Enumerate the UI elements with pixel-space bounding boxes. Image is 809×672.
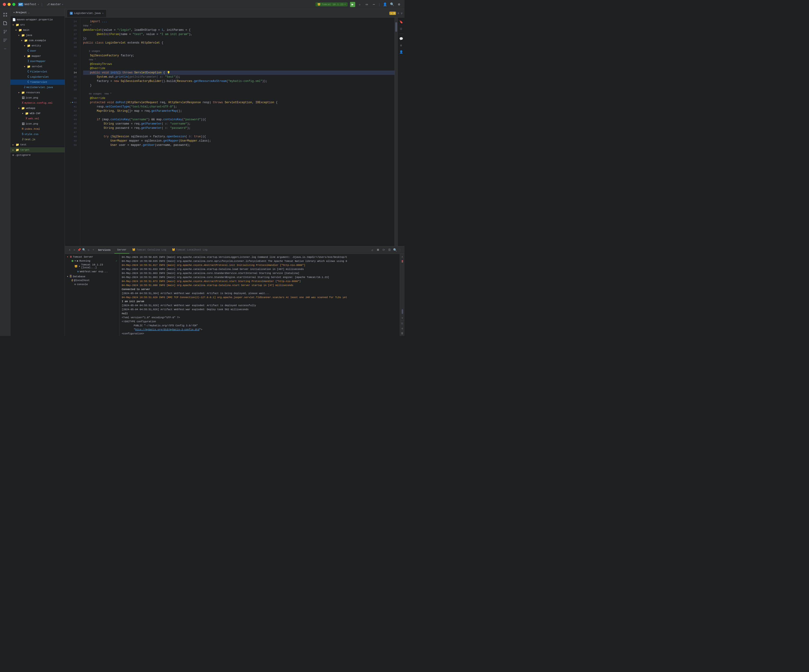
tree-item-src[interactable]: ▾ 📁 src [10, 22, 65, 27]
tree-item-entity[interactable]: ▾ 📁 entity [10, 43, 65, 48]
panel-restart-icon[interactable]: ⟳ [381, 248, 386, 252]
log-scroll-down[interactable]: ∨ [401, 316, 404, 320]
project-name[interactable]: WT WebTest ▾ [18, 3, 39, 6]
activity-vcs-icon[interactable] [2, 28, 9, 35]
tree-item-timeservlet[interactable]: C TimeServlet [10, 80, 65, 85]
panel-tab-catalina[interactable]: 🐱 Tomcat Catalina Log [129, 246, 169, 254]
log-area[interactable]: 04-May-2024 16:55:50.825 INFO [main] org… [119, 254, 400, 336]
ln-45: 45 [65, 122, 78, 126]
run-button[interactable]: ▶ [350, 2, 355, 7]
ln-40: ⚠●40 [65, 101, 78, 105]
panel-refresh-icon[interactable]: ↻ [87, 248, 91, 252]
profile-button[interactable]: 👤 [382, 2, 388, 7]
tree-item-com-example[interactable]: ▾ 📁 com.example [10, 38, 65, 43]
services-database[interactable]: ▾ 🗄 Database [65, 275, 119, 278]
tree-item-mybatis-xml[interactable]: X mybatis-config.xml [10, 101, 65, 106]
log-scroll-up[interactable]: ∧ [401, 255, 404, 258]
person-right-icon[interactable]: 👤 [399, 50, 404, 55]
tree-item-servlet[interactable]: ▾ 📁 servlet [10, 64, 65, 69]
tree-item-java[interactable]: ▾ 📁 java [10, 33, 65, 38]
settings-button[interactable]: ⚙ [396, 2, 402, 7]
project-panel-header[interactable]: ▾ Project ⌄ [10, 9, 65, 16]
chat-right-icon[interactable]: 💬 [399, 36, 404, 42]
maximize-button[interactable] [12, 3, 15, 6]
log-copy-icon[interactable]: ⎘ [401, 322, 404, 325]
log-line-13: [2024-05-04 04:55:51,926] Artifact WebTe… [122, 303, 398, 308]
editor-scrollbar[interactable] [394, 18, 398, 246]
more-button[interactable]: ⋯ [371, 2, 376, 7]
panel-filter-icon[interactable]: 🔍 [82, 248, 86, 252]
tab-close-button[interactable]: ✕ [102, 12, 104, 15]
tree-item-resources[interactable]: ▾ 📁 resources [10, 90, 65, 95]
tree-item-index-html[interactable]: H index.html [10, 126, 65, 132]
tree-item-main[interactable]: ▾ 📁 main [10, 27, 65, 33]
panel-clear-icon[interactable]: 🗑 [387, 248, 391, 252]
log-trash-icon[interactable]: 🗑 [401, 331, 404, 335]
log-settings-icon[interactable]: ⚙ [401, 327, 404, 330]
editor-tab-loginservlet[interactable]: J LoginServlet.java ✕ [67, 10, 107, 17]
panel-pin-icon[interactable]: 📌 [77, 248, 81, 252]
branch-selector[interactable]: ⎇ master ▾ [47, 3, 63, 6]
panel-stop-icon[interactable]: ⏹ [376, 248, 380, 252]
tree-item-icon-png2[interactable]: 🖼 icon.png [10, 121, 65, 126]
tree-item-icon-png[interactable]: 🖼 icon.png [10, 95, 65, 101]
panel-tab-localhost[interactable]: 🐱 Tomcat Localhost Log [169, 246, 210, 254]
panel-close-icon[interactable]: ✕ [72, 248, 76, 252]
panel-search-icon[interactable]: 🔍 [393, 248, 397, 252]
project-tree: 📄 maven-wrapper.propertie ▾ 📁 src ▾ 📁 ma… [10, 16, 65, 336]
search-button[interactable]: 🔍 [389, 2, 394, 7]
activity-project-icon[interactable] [2, 11, 9, 18]
panel-expand-icon[interactable]: ∧ [68, 248, 72, 252]
log-line-11: 04-May-2024 16:55:51.829 INFO [RMI TCP C… [122, 295, 398, 300]
activity-structure-icon[interactable] [2, 37, 9, 44]
code-line-26: @WebServlet(value = "/login", loadOnStar… [83, 28, 394, 32]
tree-item-web-xml[interactable]: X web.xml [10, 116, 65, 121]
services-running[interactable]: ▾ ▶ Running ✓ [65, 259, 119, 263]
code-line-46: String password = req.getParameter( s: "… [83, 126, 394, 130]
panel-reload-icon[interactable]: ↺ [370, 248, 374, 252]
code-text-area[interactable]: import ... new * @WebServlet(value = "/l… [80, 18, 394, 246]
activity-files-icon[interactable] [2, 19, 9, 27]
services-tomcat-server[interactable]: ▾ 🖥 Tomcat Server [65, 255, 119, 259]
collapse-editor-button[interactable]: ∨ [401, 12, 403, 15]
tree-item-maven-wrapper[interactable]: 📄 maven-wrapper.propertie [10, 17, 65, 22]
log-line-2: 04-May-2024 16:55:50.835 INFO [main] org… [122, 259, 398, 263]
ln-46: 46 [65, 126, 78, 130]
tree-item-helloservlet[interactable]: J HelloServlet.java [10, 85, 65, 90]
warning-badge: ⚠ 3 [389, 12, 396, 15]
activity-more-icon[interactable]: ⋯ [2, 45, 9, 53]
layout-button[interactable]: ▭ [364, 2, 369, 7]
tree-item-usermapper[interactable]: I UserMapper [10, 59, 65, 64]
tree-item-style-css[interactable]: S style.css [10, 132, 65, 137]
tree-item-webapp[interactable]: ▾ 📁 webapp [10, 106, 65, 111]
panel-add-icon[interactable]: + [91, 248, 95, 252]
services-localhost[interactable]: @ @localhost [65, 278, 119, 282]
bookmark-button[interactable]: ☆ [357, 2, 363, 7]
services-tomcat-instance[interactable]: 🐱 ▾ Tomcat 10.1.23 [local...] [65, 263, 119, 270]
tree-item-mapper[interactable]: ▾ 📁 mapper [10, 54, 65, 59]
tree-item-test-js[interactable]: J test.js [10, 137, 65, 142]
bookmark-right-icon[interactable]: 🔖 [399, 19, 404, 25]
tomcat-badge[interactable]: 🐱 Tomcat 10.1.23 ▾ [316, 2, 347, 7]
tree-item-test[interactable]: ▸ 📁 test [10, 142, 65, 147]
tree-item-gitignore[interactable]: ⊙ .gitignore [10, 152, 65, 158]
split-right-icon[interactable]: ◫ [399, 26, 404, 31]
settings-right-icon[interactable]: ⚙ [399, 43, 404, 48]
panel-tab-server[interactable]: Server [114, 246, 129, 254]
minimize-button[interactable] [8, 3, 11, 6]
tree-item-target[interactable]: ▸ 📁 target [10, 147, 65, 152]
tree-item-user[interactable]: C User [10, 48, 65, 54]
tree-item-loginservlet[interactable]: C LoginServlet [10, 74, 65, 80]
log-right-scrollbar[interactable]: ∧ ∨ ⎘ ⚙ 🗑 [400, 254, 404, 336]
scroll-thumb[interactable] [395, 22, 397, 32]
close-button[interactable] [3, 3, 6, 6]
services-console[interactable]: ⊙ console [65, 282, 119, 286]
tree-item-fileservlet[interactable]: C FileServlet [10, 69, 65, 74]
svg-rect-1 [6, 13, 7, 14]
services-webtest-artifact[interactable]: ⚙ WebTest:war exp... [65, 270, 119, 273]
log-scroll-thumb[interactable] [402, 309, 403, 314]
expand-editor-button[interactable]: ∧ [398, 12, 399, 15]
tree-item-web-inf[interactable]: ▾ 📁 WEB-INF [10, 111, 65, 116]
code-line-27: @WebInitParam(name = "test", value = "I … [83, 32, 394, 37]
svg-point-4 [4, 30, 5, 31]
